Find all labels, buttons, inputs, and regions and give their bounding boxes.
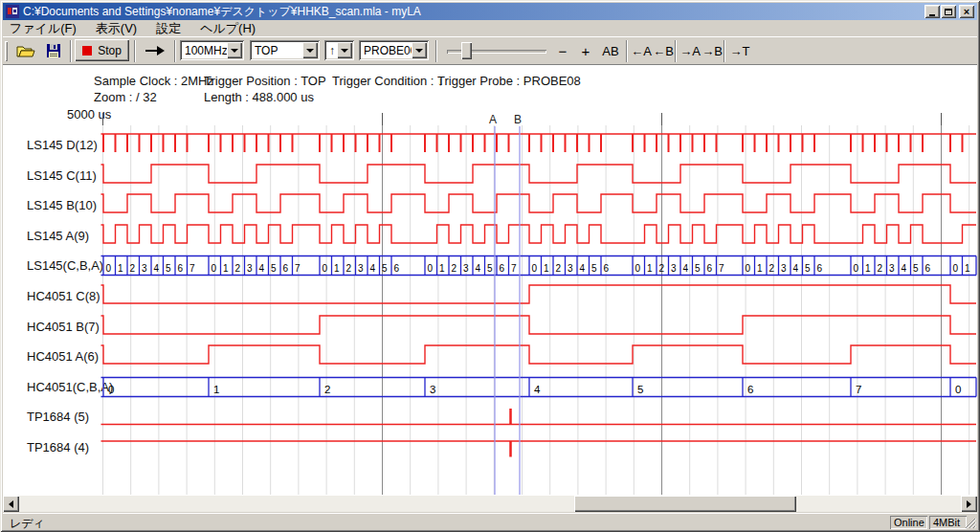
info-sample-clock: Sample Clock : 2MHz [94, 74, 213, 88]
scrollbar-thumb[interactable] [574, 496, 796, 512]
sample-rate-dropdown-button[interactable] [227, 42, 242, 58]
zoom-ab-button[interactable]: AB [598, 40, 623, 61]
channel-label: TP1684 (4) [27, 440, 89, 454]
info-trigger-position: Trigger Position : TOP [204, 74, 326, 88]
run-single-button[interactable] [140, 39, 170, 61]
close-icon: × [964, 7, 969, 17]
channel-label: LS145 B(10) [27, 198, 97, 212]
channel-label: LS145 A(9) [27, 229, 89, 243]
stop-button[interactable]: Stop [75, 39, 129, 61]
zoom-slider-thumb[interactable] [461, 42, 472, 59]
toolbar-separator [724, 40, 725, 62]
maximize-button[interactable] [941, 5, 956, 18]
trigger-position-combo[interactable]: TOP [250, 40, 320, 60]
floppy-disk-icon [46, 43, 61, 58]
resize-grip[interactable] [964, 517, 976, 529]
info-trigger-probe: Trigger Probe : PROBE08 [437, 74, 581, 88]
menu-view[interactable]: 表示(V) [89, 20, 144, 37]
channel-label: LS145 D(12) [27, 138, 98, 152]
toolbar: Stop 100MHz TOP ↑ PROBE00 [3, 36, 977, 65]
trigger-position-value: TOP [255, 44, 278, 57]
trigger-probe-combo[interactable]: PROBE00 [359, 40, 429, 60]
status-bar: レディ Online 4MBit [3, 513, 977, 530]
time-per-div-label: 5000 us [67, 107, 111, 122]
set-cursor-b-button[interactable]: →B [702, 40, 723, 61]
channel-label: LS145 C(11) [27, 168, 97, 183]
open-folder-icon [16, 43, 35, 58]
trigger-edge-combo[interactable]: ↑ [324, 40, 354, 60]
toolbar-separator [435, 40, 437, 62]
app-icon[interactable] [6, 5, 19, 18]
menu-settings[interactable]: 設定 [149, 20, 188, 37]
toolbar-grip[interactable] [5, 41, 8, 61]
chevron-down-icon [231, 49, 238, 53]
right-arrow-icon [145, 45, 166, 56]
chevron-down-icon [306, 49, 314, 53]
chevron-down-icon [341, 49, 348, 53]
titlebar[interactable]: C:¥Documents and Settings¥noname¥デスクトップ¥… [3, 3, 977, 20]
trigger-position-dropdown-button[interactable] [302, 42, 318, 58]
window-title: C:¥Documents and Settings¥noname¥デスクトップ¥… [23, 4, 421, 20]
zoom-in-button[interactable]: + [576, 40, 595, 61]
goto-cursor-b-button[interactable]: ←B [653, 40, 674, 61]
status-memory: 4MBit [929, 516, 967, 529]
stop-icon [82, 46, 92, 55]
menu-file[interactable]: ファイル(F) [3, 20, 83, 37]
status-online: Online [890, 516, 927, 529]
status-ready: レディ [10, 516, 45, 532]
goto-cursor-a-button[interactable]: ←A [631, 40, 652, 61]
triangle-right-icon [967, 500, 971, 508]
channel-label: HC4051 C(8) [27, 289, 100, 303]
minimize-icon [929, 14, 935, 16]
horizontal-scrollbar[interactable] [3, 496, 977, 512]
info-zoom: Zoom : / 32 [94, 90, 157, 104]
triangle-left-icon [9, 500, 13, 508]
zoom-out-button[interactable]: − [553, 40, 572, 61]
toolbar-separator [675, 40, 677, 62]
channel-label: HC4051 B(7) [27, 320, 100, 334]
trigger-edge-dropdown-button[interactable] [337, 42, 352, 58]
toolbar-separator [626, 40, 628, 62]
toolbar-separator [134, 40, 136, 62]
open-file-button[interactable] [13, 39, 38, 61]
waveform-view[interactable]: Sample Clock : 2MHz Trigger Position : T… [3, 65, 977, 496]
menu-bar: ファイル(F) 表示(V) 設定 ヘルプ(H) [3, 21, 977, 36]
minimize-button[interactable] [924, 5, 940, 18]
toolbar-separator [70, 40, 72, 62]
set-cursor-a-button[interactable]: →A [679, 40, 701, 61]
channel-label: LS145(C,B,A) [27, 258, 103, 273]
close-button[interactable]: × [959, 5, 974, 18]
save-button[interactable] [41, 39, 66, 61]
stop-label: Stop [98, 44, 122, 57]
trigger-probe-value: PROBE00 [364, 44, 416, 57]
toolbar-separator [174, 40, 176, 62]
channel-label: HC4051(C,B,A) [27, 380, 113, 394]
info-length: Length : 488.000 us [204, 90, 314, 104]
trigger-edge-value: ↑ [329, 44, 335, 57]
sample-rate-combo[interactable]: 100MHz [180, 40, 244, 60]
trigger-probe-dropdown-button[interactable] [412, 42, 427, 58]
scroll-right-button[interactable] [961, 496, 977, 512]
channel-label: TP1684 (5) [27, 410, 89, 424]
goto-trigger-button[interactable]: →T [729, 40, 750, 61]
chevron-down-icon [415, 49, 423, 53]
info-trigger-condition: Trigger Condition : ↓ [332, 74, 444, 88]
sample-rate-value: 100MHz [185, 44, 228, 57]
app-window: C:¥Documents and Settings¥noname¥デスクトップ¥… [0, 0, 980, 532]
channel-label: HC4051 A(6) [27, 349, 99, 364]
scroll-left-button[interactable] [3, 496, 19, 512]
menu-help[interactable]: ヘルプ(H) [193, 20, 262, 37]
maximize-icon [945, 9, 952, 15]
